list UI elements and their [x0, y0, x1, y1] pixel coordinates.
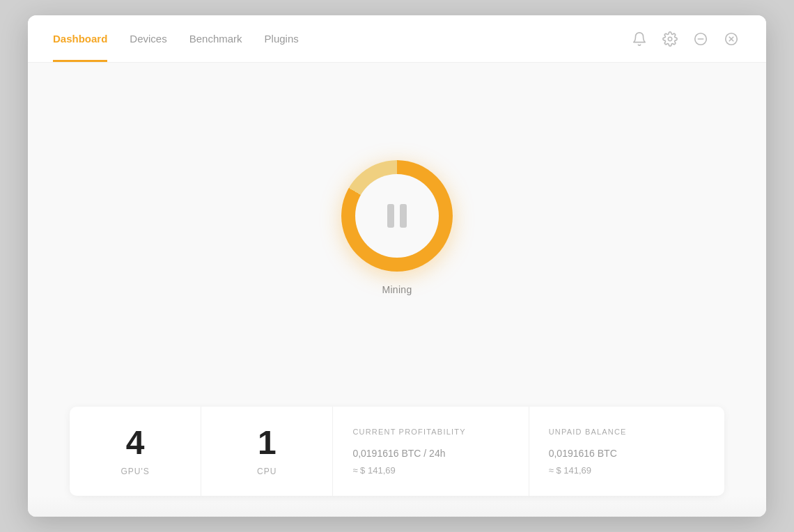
close-icon[interactable]: [722, 29, 741, 49]
gpu-stat-card: 4 GPU'S: [70, 407, 201, 496]
profitability-approx: ≈ $ 141,69: [352, 465, 508, 476]
bell-icon[interactable]: [630, 29, 649, 49]
profitability-unit: BTC / 24h: [399, 448, 446, 459]
bottom-hint: [28, 496, 766, 517]
settings-icon[interactable]: [660, 29, 680, 49]
cpu-stat-card: 1 CPU: [201, 407, 333, 496]
balance-value: 0,0191616 BTC: [549, 443, 705, 461]
profitability-title: CURRENT PROFITABILITY: [352, 428, 508, 436]
pause-bar-right: [400, 204, 407, 228]
minimize-icon[interactable]: [691, 29, 710, 49]
profitability-value: 0,0191616 BTC / 24h: [352, 443, 508, 461]
stats-row: 4 GPU'S 1 CPU CURRENT PROFITABILITY 0,01…: [70, 407, 724, 496]
cpu-count: 1: [258, 426, 277, 460]
balance-card: UNPAID BALANCE 0,0191616 BTC ≈ $ 141,69: [529, 407, 724, 496]
tab-benchmark[interactable]: Benchmark: [189, 15, 242, 62]
mining-button-wrapper: [341, 160, 453, 272]
pause-bar-left: [387, 204, 394, 228]
gpu-label: GPU'S: [120, 467, 149, 476]
cpu-label: CPU: [257, 467, 277, 476]
app-window: Dashboard Devices Benchmark Plugins: [28, 15, 766, 517]
header-icons: [630, 29, 741, 49]
balance-title: UNPAID BALANCE: [549, 428, 705, 436]
main-content: Mining 4 GPU'S 1 CPU CURRENT PROFITABILI…: [28, 63, 766, 517]
gpu-count: 4: [126, 426, 145, 460]
mining-toggle-button[interactable]: [341, 160, 453, 272]
tab-dashboard[interactable]: Dashboard: [53, 15, 107, 62]
tab-plugins[interactable]: Plugins: [265, 15, 299, 62]
profitability-card: CURRENT PROFITABILITY 0,0191616 BTC / 24…: [333, 407, 529, 496]
mining-area: Mining: [341, 63, 453, 407]
svg-point-0: [668, 37, 672, 41]
balance-unit: BTC: [595, 448, 617, 459]
tab-devices[interactable]: Devices: [130, 15, 166, 62]
mining-status-label: Mining: [382, 284, 412, 295]
pause-icon: [387, 204, 407, 228]
header: Dashboard Devices Benchmark Plugins: [28, 15, 766, 63]
balance-approx: ≈ $ 141,69: [549, 465, 705, 476]
nav-tabs: Dashboard Devices Benchmark Plugins: [53, 15, 299, 62]
